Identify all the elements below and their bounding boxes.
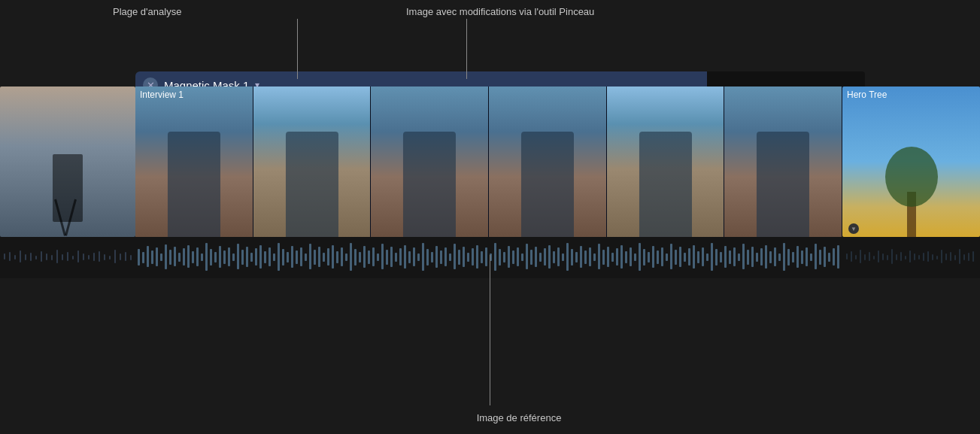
svg-rect-175 xyxy=(815,244,817,269)
svg-rect-40 xyxy=(205,243,208,271)
svg-rect-110 xyxy=(521,253,523,261)
svg-rect-162 xyxy=(756,253,758,262)
annotation-reference-text: Image de référence xyxy=(477,412,562,423)
svg-rect-32 xyxy=(169,250,171,265)
waveform-left xyxy=(4,250,132,263)
svg-rect-194 xyxy=(905,256,906,259)
svg-rect-43 xyxy=(219,246,221,268)
svg-rect-158 xyxy=(738,253,740,261)
svg-rect-23 xyxy=(125,252,126,261)
svg-rect-209 xyxy=(972,251,974,262)
svg-rect-116 xyxy=(548,245,551,269)
svg-rect-168 xyxy=(783,243,785,271)
svg-rect-0 xyxy=(4,253,5,259)
svg-rect-180 xyxy=(837,245,839,269)
person-silhouette-2 xyxy=(285,132,338,237)
svg-rect-192 xyxy=(896,254,897,260)
clips-area: Interview 1 Hero Tree ▼ xyxy=(0,86,980,282)
hero-tree-label-text: Hero Tree xyxy=(847,90,887,100)
svg-rect-138 xyxy=(648,252,650,263)
svg-rect-196 xyxy=(914,253,915,260)
person-silhouette-5 xyxy=(639,132,691,237)
svg-rect-133 xyxy=(625,251,627,263)
svg-rect-177 xyxy=(824,247,826,267)
hero-tree-badge: ▼ xyxy=(848,223,859,234)
svg-rect-204 xyxy=(950,252,951,261)
svg-rect-89 xyxy=(426,249,429,266)
clip-frame-5 xyxy=(607,86,725,237)
svg-rect-190 xyxy=(887,255,888,260)
svg-rect-50 xyxy=(250,253,253,262)
svg-rect-117 xyxy=(553,251,555,263)
svg-rect-47 xyxy=(237,244,239,269)
svg-rect-200 xyxy=(932,254,933,260)
svg-rect-131 xyxy=(616,248,618,266)
svg-rect-132 xyxy=(620,245,623,269)
svg-rect-26 xyxy=(142,252,144,263)
annotation-reference-image: Image de référence xyxy=(421,412,617,423)
svg-rect-120 xyxy=(566,243,569,271)
person-silhouette-1 xyxy=(168,132,220,237)
svg-rect-105 xyxy=(499,249,501,266)
svg-rect-182 xyxy=(851,251,852,262)
svg-rect-118 xyxy=(557,247,560,266)
svg-rect-113 xyxy=(535,247,537,267)
svg-rect-69 xyxy=(336,251,338,263)
svg-rect-59 xyxy=(291,246,293,268)
svg-rect-155 xyxy=(724,246,727,268)
svg-rect-101 xyxy=(481,251,483,263)
waveform-main xyxy=(138,243,839,271)
svg-rect-193 xyxy=(900,252,902,261)
svg-rect-207 xyxy=(963,254,965,260)
svg-rect-7 xyxy=(41,251,42,262)
waveform-svg xyxy=(0,237,980,278)
svg-rect-161 xyxy=(751,247,754,267)
annotation-line-left-v xyxy=(297,19,298,79)
svg-rect-142 xyxy=(666,253,668,261)
svg-rect-206 xyxy=(959,249,960,264)
svg-rect-77 xyxy=(372,247,375,266)
waveform-area xyxy=(0,237,980,278)
svg-rect-44 xyxy=(223,250,226,264)
svg-rect-130 xyxy=(611,253,614,262)
svg-rect-181 xyxy=(846,253,848,259)
svg-rect-115 xyxy=(544,248,546,266)
svg-rect-160 xyxy=(747,250,749,265)
svg-rect-68 xyxy=(332,245,334,269)
svg-rect-27 xyxy=(147,246,149,267)
svg-rect-171 xyxy=(796,246,799,268)
svg-rect-99 xyxy=(472,248,474,266)
svg-rect-84 xyxy=(404,245,406,269)
svg-rect-151 xyxy=(706,253,708,261)
svg-rect-149 xyxy=(697,251,699,263)
svg-rect-36 xyxy=(187,245,190,268)
svg-rect-183 xyxy=(855,255,857,259)
svg-rect-33 xyxy=(174,247,176,266)
svg-rect-197 xyxy=(918,255,920,259)
svg-rect-198 xyxy=(923,253,924,261)
svg-rect-202 xyxy=(941,250,942,263)
clip-frame-1 xyxy=(135,86,253,237)
svg-rect-179 xyxy=(833,248,835,266)
svg-rect-178 xyxy=(828,253,830,262)
svg-rect-92 xyxy=(440,250,442,264)
svg-rect-148 xyxy=(693,245,695,269)
svg-rect-61 xyxy=(300,247,302,266)
svg-rect-91 xyxy=(435,246,438,268)
svg-rect-4 xyxy=(25,254,26,260)
svg-rect-170 xyxy=(792,252,794,263)
svg-rect-56 xyxy=(278,243,280,271)
svg-rect-163 xyxy=(760,248,763,266)
svg-rect-72 xyxy=(350,243,352,271)
svg-rect-143 xyxy=(670,244,672,269)
svg-rect-11 xyxy=(62,254,63,260)
svg-rect-71 xyxy=(345,253,347,261)
svg-rect-188 xyxy=(878,250,879,263)
clip-left xyxy=(0,86,135,237)
svg-rect-127 xyxy=(598,244,600,269)
svg-rect-96 xyxy=(458,250,460,265)
svg-rect-51 xyxy=(255,248,257,266)
svg-rect-173 xyxy=(806,247,808,266)
svg-rect-29 xyxy=(156,247,158,266)
svg-rect-191 xyxy=(891,249,893,264)
